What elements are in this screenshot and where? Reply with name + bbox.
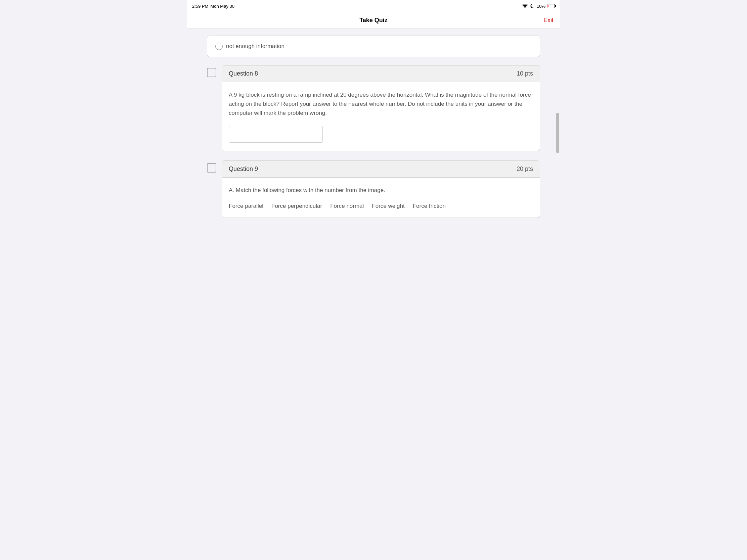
status-bar-left: 2:59 PM Mon May 30 xyxy=(192,4,234,9)
question-9-title: Question 9 xyxy=(229,165,258,172)
match-item-0: Force parallel xyxy=(229,203,263,210)
nav-title: Take Quiz xyxy=(359,17,388,24)
question-8-flag-checkbox[interactable] xyxy=(207,68,216,77)
previous-answer-card: not enough information xyxy=(207,35,540,57)
question-9-wrapper: Question 9 20 pts A. Match the following… xyxy=(207,160,540,218)
question-8-card: Question 8 10 pts A 9 kg block is restin… xyxy=(222,65,540,151)
question-9-flag-checkbox[interactable] xyxy=(207,163,216,172)
battery-percent: 10% xyxy=(537,4,545,9)
question-9-match-items: Force parallelForce perpendicularForce n… xyxy=(229,203,533,210)
match-item-3: Force weight xyxy=(372,203,405,210)
question-8-pts: 10 pts xyxy=(517,70,533,77)
match-item-4: Force friction xyxy=(413,203,446,210)
scrollbar[interactable] xyxy=(556,113,559,153)
question-9-card: Question 9 20 pts A. Match the following… xyxy=(222,160,540,218)
radio-option-text: not enough information xyxy=(226,43,284,50)
question-8-title: Question 8 xyxy=(229,70,258,77)
question-9-pts: 20 pts xyxy=(517,165,533,172)
status-bar-right: 10% xyxy=(522,4,555,9)
question-8-wrapper: Question 8 10 pts A 9 kg block is restin… xyxy=(207,65,540,151)
match-item-2: Force normal xyxy=(330,203,364,210)
question-8-input[interactable] xyxy=(229,126,323,143)
question-8-text: A 9 kg block is resting on a ramp inclin… xyxy=(229,90,533,118)
match-item-1: Force perpendicular xyxy=(272,203,322,210)
battery-container: 10% xyxy=(537,4,555,9)
moon-icon xyxy=(530,4,535,8)
question-9-body: A. Match the following forces with the n… xyxy=(222,178,540,218)
main-content: not enough information Question 8 10 pts… xyxy=(187,29,560,560)
radio-option-not-enough[interactable]: not enough information xyxy=(215,43,532,50)
radio-circle[interactable] xyxy=(215,43,223,50)
question-8-body: A 9 kg block is resting on a ramp inclin… xyxy=(222,82,540,151)
question-9-header: Question 9 20 pts xyxy=(222,161,540,178)
exit-button[interactable]: Exit xyxy=(543,17,553,24)
status-bar: 2:59 PM Mon May 30 10% xyxy=(187,0,560,12)
question-9-instruction: A. Match the following forces with the n… xyxy=(229,186,533,195)
nav-bar: Take Quiz Exit xyxy=(187,12,560,29)
date-display: Mon May 30 xyxy=(210,4,234,9)
question-8-header: Question 8 10 pts xyxy=(222,65,540,82)
time-display: 2:59 PM xyxy=(192,4,208,9)
battery-icon xyxy=(547,4,555,8)
wifi-icon xyxy=(522,4,528,8)
battery-fill xyxy=(547,5,548,7)
